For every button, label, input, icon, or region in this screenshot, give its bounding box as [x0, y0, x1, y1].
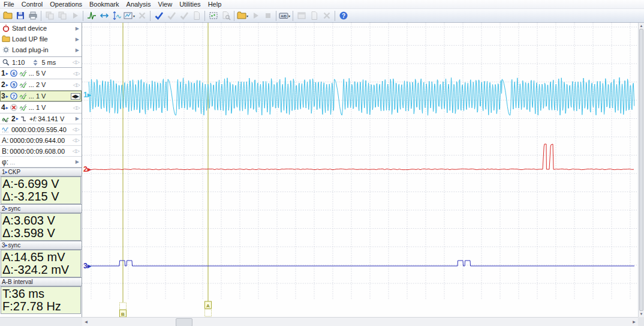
doc-icon — [192, 11, 201, 20]
range-adjust-arrows[interactable]: ◁▷ — [73, 71, 80, 76]
print-button[interactable] — [26, 10, 39, 22]
measurement-panel: A:-6.699 VΔ:-3.215 V — [1, 177, 81, 204]
adjust-arrows[interactable]: ◁▷ — [73, 127, 80, 132]
action-load-plug-in[interactable]: Load plug-in▶ — [0, 44, 82, 55]
accept-button[interactable] — [152, 10, 165, 22]
menu-view[interactable]: View — [155, 0, 176, 9]
menu-file[interactable]: File — [0, 0, 18, 9]
toolbar-separator — [204, 11, 205, 21]
expand-arrow-icon[interactable]: ▶ — [65, 116, 80, 121]
ch1-ckp-trace[interactable] — [89, 77, 634, 115]
dropdown-arrow-icon[interactable]: ▾ — [288, 14, 290, 18]
time-row-A[interactable]: A:0000:00:09.644.00◁▷ — [0, 135, 82, 146]
menu-utilities[interactable]: Utilities — [176, 0, 204, 9]
accept-next-button — [165, 10, 177, 22]
adjust-arrows[interactable]: ◁▷ — [73, 148, 80, 154]
range-adjust-arrows[interactable]: ◁▷ — [73, 105, 80, 110]
toolbar-separator — [335, 11, 335, 21]
sync-settings-row[interactable]: 2 ▸ +f: 34.141 V ▶ — [0, 113, 82, 124]
pan-horizontal-button[interactable] — [98, 10, 110, 22]
action-load-up-file[interactable]: Load UP file▶ — [0, 34, 82, 44]
range-adjust-arrows[interactable]: ◀▶ — [71, 93, 80, 100]
cursor-b-handle[interactable] — [120, 303, 127, 310]
channel-number: 3 — [1, 92, 5, 100]
scroll-down-icon[interactable]: ▼ — [639, 311, 644, 317]
menu-operations[interactable]: Operations — [46, 0, 86, 9]
cursor-a-handle[interactable] — [205, 309, 212, 316]
search-record-button — [219, 10, 232, 22]
panel-title: sync — [8, 205, 21, 212]
sweep-adjust-arrows[interactable]: ◁▷ — [73, 59, 80, 65]
ch3-label[interactable]: 3▸ — [83, 262, 92, 270]
ch2-label[interactable]: 2▸ — [83, 165, 92, 174]
save-file-button[interactable] — [14, 10, 26, 22]
time-cursor-rows: 0000:00:09.595.40◁▷A:0000:00:09.644.00◁▷… — [0, 124, 82, 168]
channel-row-1[interactable]: 1▸6... 5 V◁▷ — [0, 68, 82, 79]
falling-edge-icon — [20, 115, 28, 123]
toolbar: ▾▾A/D▾? — [0, 9, 644, 23]
help-button[interactable]: ? — [337, 10, 350, 22]
action-label: Load UP file — [12, 35, 74, 43]
time-label: B: — [2, 147, 8, 155]
channel-arrow-icon: ▸ — [6, 71, 8, 76]
measurement-panel: A:3.603 VΔ:3.598 V — [1, 213, 81, 241]
action-start-device[interactable]: Start device▶ — [0, 23, 82, 34]
ch1-label[interactable]: 1▸ — [83, 91, 92, 99]
power-icon — [2, 24, 10, 32]
dropdown-arrow-icon[interactable]: ▾ — [133, 14, 135, 18]
horizontal-scroll-thumb[interactable] — [176, 318, 192, 326]
probe-5-icon: 5 — [10, 80, 18, 89]
scroll-up-icon[interactable]: ▲ — [639, 23, 644, 29]
chart-mode-button[interactable]: ▾ — [123, 10, 136, 22]
scroll-right-icon[interactable]: ▶ — [630, 318, 638, 326]
sweep-time[interactable]: 5 ms — [41, 59, 56, 66]
menu-bookmark[interactable]: Bookmark — [86, 0, 123, 9]
folder-icon — [2, 35, 10, 43]
probe-7-icon: 7 — [10, 92, 18, 100]
time-row-B[interactable]: B:0000:00:09.608.00◁▷ — [0, 146, 82, 157]
scroll-left-icon[interactable]: ◀ — [82, 318, 90, 326]
toolbar-separator — [83, 11, 83, 21]
expand-arrow-icon[interactable]: ▶ — [76, 26, 80, 31]
action-label: Load plug-in — [12, 46, 74, 53]
channel-row-4[interactable]: 4▸... 1 V◁▷ — [0, 102, 82, 113]
action-label: Start device — [12, 25, 74, 32]
vertical-scroll-thumb[interactable] — [639, 29, 643, 311]
adjust-arrows[interactable]: ◁▷ — [73, 137, 80, 143]
time-row-φ[interactable]: φ:...▶ — [0, 157, 82, 168]
channel-row-3[interactable]: 3▸7... 1 V◀▶ — [0, 91, 82, 102]
channel-range: ... 1 V — [29, 104, 46, 111]
menu-help[interactable]: Help — [204, 0, 225, 9]
menu-analysis[interactable]: Analysis — [123, 0, 155, 9]
vertical-scale-button[interactable] — [110, 10, 123, 22]
vertical-scrollbar[interactable]: ▲ ▼ — [638, 23, 644, 317]
open-file-button[interactable] — [1, 10, 14, 22]
sync-icon — [2, 115, 10, 123]
measurement-value: T:36 ms — [2, 288, 79, 300]
expand-arrow-icon[interactable]: ▶ — [76, 47, 80, 53]
copy-image-button — [56, 10, 68, 22]
load-adc-file-button[interactable]: ▾ — [236, 10, 249, 22]
marquee-select-button[interactable] — [207, 10, 219, 22]
zoom-ratio[interactable]: 1:10 — [12, 59, 25, 66]
channel-row-2[interactable]: 2▸5... 2 V◁▷ — [0, 79, 82, 91]
expand-arrow-icon[interactable]: ▶ — [76, 37, 80, 42]
horizontal-scrollbar[interactable]: ◀ ▶ — [82, 317, 638, 326]
dropdown-arrow-icon[interactable]: ▾ — [246, 14, 248, 18]
spike-measure-button[interactable] — [85, 10, 98, 22]
range-adjust-arrows[interactable]: ◁▷ — [73, 82, 80, 88]
channel-arrow-icon: ▸ — [5, 206, 8, 211]
waveform-area[interactable]: 1▸2▸3▸BA — [82, 23, 638, 317]
scale-settings-row[interactable]: 1:10 5 ms ◁▷ — [0, 56, 82, 68]
time-row-position[interactable]: 0000:00:09.595.40◁▷ — [0, 124, 82, 135]
time-value: ... — [10, 158, 15, 166]
channel-range: ... 2 V — [29, 81, 46, 88]
ch2-sync-trace[interactable] — [89, 144, 634, 170]
svg-text:6: 6 — [13, 71, 15, 76]
adjust-arrows[interactable]: ▶ — [16, 159, 80, 165]
menu-control[interactable]: Control — [18, 0, 46, 9]
adc-panel-button[interactable]: A/D▾ — [278, 10, 291, 22]
panel-header-1: 1▸CKP — [0, 168, 82, 177]
marquee-icon — [209, 11, 218, 20]
sync-level-value[interactable]: 34.141 V — [38, 115, 64, 122]
